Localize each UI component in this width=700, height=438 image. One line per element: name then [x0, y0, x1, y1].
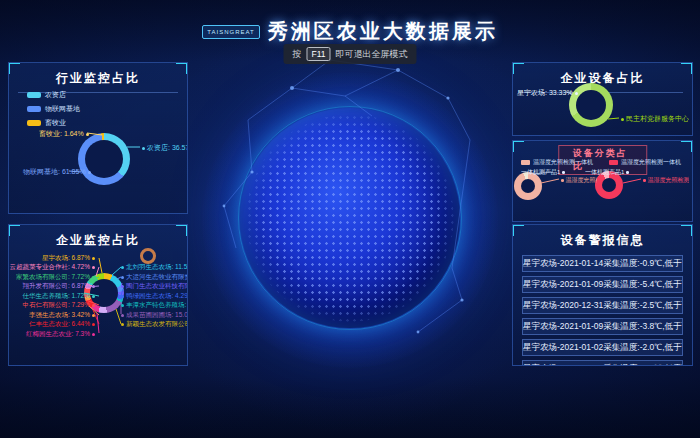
f11-keycap: F11 [306, 47, 330, 61]
chart-label: 温湿度光照检测一 [561, 176, 597, 185]
label-text: 中石仁有限公司: 7.29% [22, 301, 90, 310]
label-dot [92, 295, 95, 298]
legend-swatch [27, 106, 41, 112]
label-text: 红梅园生态农业: 7.3% [26, 330, 90, 339]
label-text: 北刘羽生态农场: 11.56% [126, 263, 188, 272]
label-text: 星宇农场: 33.33% [517, 88, 573, 98]
alarm-row: 星宇农场-2020-12-31采集温度:-2.5℃,低于下限:0℃ [522, 297, 683, 314]
label-text: 畜牧业: 1.64% [39, 129, 84, 139]
legend-swatch [521, 160, 530, 165]
toast-suffix: 即可退出全屏模式 [336, 48, 408, 61]
label-dot [561, 179, 564, 182]
chart-label: 物联网基地: 61.85% [23, 167, 91, 177]
chart-label: 大运河生态牧业有限责任公 [121, 273, 188, 282]
legend-swatch [27, 120, 41, 126]
panel-device-ratio: 企业设备占比 星宇农场: 33.33% 民主村党群服务中心 [512, 62, 693, 136]
label-dot [621, 118, 624, 121]
chart-label: 家繁农场有限公司: 7.72% [16, 273, 95, 282]
legend-label: 畜牧业 [45, 118, 66, 128]
donut-hole [85, 140, 123, 178]
label-text: 李强生态农场: 3.42% [29, 311, 90, 320]
chart-label: 一体机测产品1 [521, 168, 565, 177]
label-dot [121, 314, 124, 317]
label-text: 丰潭水产特色养殖场: 1. [126, 301, 188, 310]
label-dot [92, 333, 95, 336]
label-dot [121, 276, 124, 279]
chart-label: 仁丰生态农业: 6.44% [29, 320, 95, 329]
chart-label: 红梅园生态农业: 7.3% [26, 330, 95, 339]
label-dot [92, 257, 95, 260]
globe-visualization [240, 108, 460, 328]
label-dot [86, 133, 89, 136]
chart-label: 云超蔬菜专业合作社: 4.72% [9, 263, 95, 272]
industry-legend: 农资店 物联网基地 畜牧业 [27, 90, 80, 128]
label-dot [92, 323, 95, 326]
label-text: 星宇农场: 6.87% [42, 254, 90, 263]
chart-label: 北刘羽生态农场: 11.56% [121, 263, 188, 272]
chart-label: 温湿度光照检测一 [643, 176, 689, 185]
panel-title: 设备警报信息 [513, 225, 692, 255]
label-text: 民主村党群服务中心 [626, 114, 689, 124]
label-text: 温湿度光照检测一 [648, 176, 690, 185]
label-text: 陶门生态农业科技有限公 [126, 282, 188, 291]
chart-label: 星宇农场: 6.87% [42, 254, 95, 263]
label-dot [121, 323, 124, 326]
label-text: 新颖生态农发有限公司: 6.87% [126, 320, 188, 329]
label-text: 一体机测产品1 [521, 168, 560, 177]
chart-label: 李强生态农场: 3.42% [29, 311, 95, 320]
donut-hole [521, 179, 535, 193]
label-text: 云超蔬菜专业合作社: 4.72% [9, 263, 90, 272]
legend-label: 温湿度光照检测一体机 [533, 158, 593, 167]
legend-item[interactable]: 畜牧业 [27, 118, 80, 128]
label-dot [88, 171, 91, 174]
panel-device-classification: 设备分类占比 温湿度光照检测一体机 温湿度光照检测一体机 一体机测产品1 温湿度… [512, 140, 693, 222]
panel-device-alarms: 设备警报信息 星宇农场-2021-01-14采集温度:-0.9℃,低于下限:0℃… [512, 224, 693, 366]
legend-label: 农资店 [45, 90, 66, 100]
dashboard-screen: TAISNGREAT 秀洲区农业大数据展示 按 F11 即可退出全屏模式 行业监… [0, 0, 700, 438]
chart-label: 星宇农场: 33.33% [517, 88, 578, 98]
industry-donut-chart[interactable] [78, 133, 130, 185]
legend-swatch [609, 160, 618, 165]
label-dot [92, 285, 95, 288]
label-text: 仕华生态养殖场: 1.72% [22, 292, 90, 301]
chart-label: 民主村党群服务中心 [621, 114, 689, 124]
classification-legend-right[interactable]: 温湿度光照检测一体机 [609, 158, 681, 167]
chart-label: 中石仁有限公司: 7.29% [22, 301, 95, 310]
donut-hole [602, 178, 616, 192]
label-dot [142, 147, 145, 150]
decor-orange-ring [140, 248, 156, 264]
chart-label: 陶门生态农业科技有限公 [121, 282, 188, 291]
chart-label: 畜牧业: 1.64% [39, 129, 89, 139]
label-dot [626, 171, 629, 174]
label-text: 翔升发有限公司: 6.87% [22, 282, 90, 291]
legend-item[interactable]: 农资店 [27, 90, 80, 100]
classification-legend-left[interactable]: 温湿度光照检测一体机 [521, 158, 593, 167]
label-text: 鸭绿园生态农场: 4.29% [126, 292, 188, 301]
toast-prefix: 按 [292, 48, 301, 61]
chart-label: 农资店: 36.57% [142, 143, 188, 153]
alarm-row: 星宇农场-2021-01-09采集温度:-5.4℃,低于下限:0℃ [522, 276, 683, 293]
header: TAISNGREAT 秀洲区农业大数据展示 [0, 18, 700, 45]
alarm-row: 星宇农场-2021-01-09采集温度:-3.8℃,低于下限:0℃ [522, 318, 683, 335]
alarm-row: 星宇农场-2021-01-14采集温度:-0.9℃,低于下限:0℃ [522, 255, 683, 272]
chart-label: 翔升发有限公司: 6.87% [22, 282, 95, 291]
legend-swatch [27, 92, 41, 98]
legend-label: 物联网基地 [45, 104, 80, 114]
alarm-row: 星宇农场-2021-01-02采集温度:-2.0℃,低于下限:0℃ [522, 339, 683, 356]
globe-rim-glow [238, 106, 462, 330]
label-dot [121, 285, 124, 288]
label-dot [92, 266, 95, 269]
fullscreen-exit-toast: 按 F11 即可退出全屏模式 [283, 44, 416, 64]
chart-label: 鸭绿园生态农场: 4.29% [121, 292, 188, 301]
chart-label: 新颖生态农发有限公司: 6.87% [121, 320, 188, 329]
panel-title: 行业监控占比 [9, 63, 187, 87]
panel-industry-ratio: 行业监控占比 农资店 物联网基地 畜牧业 畜牧业: 1.64% [8, 62, 188, 214]
chart-label: 一体机测产品1 [585, 168, 629, 177]
label-dot [92, 304, 95, 307]
label-dot [92, 314, 95, 317]
label-text: 成果苗圃园圃场: 15.02% [126, 311, 188, 320]
label-dot [121, 304, 124, 307]
legend-item[interactable]: 物联网基地 [27, 104, 80, 114]
panel-title: 企业设备占比 [513, 63, 692, 87]
label-text: 家繁农场有限公司: 7.72% [16, 273, 90, 282]
